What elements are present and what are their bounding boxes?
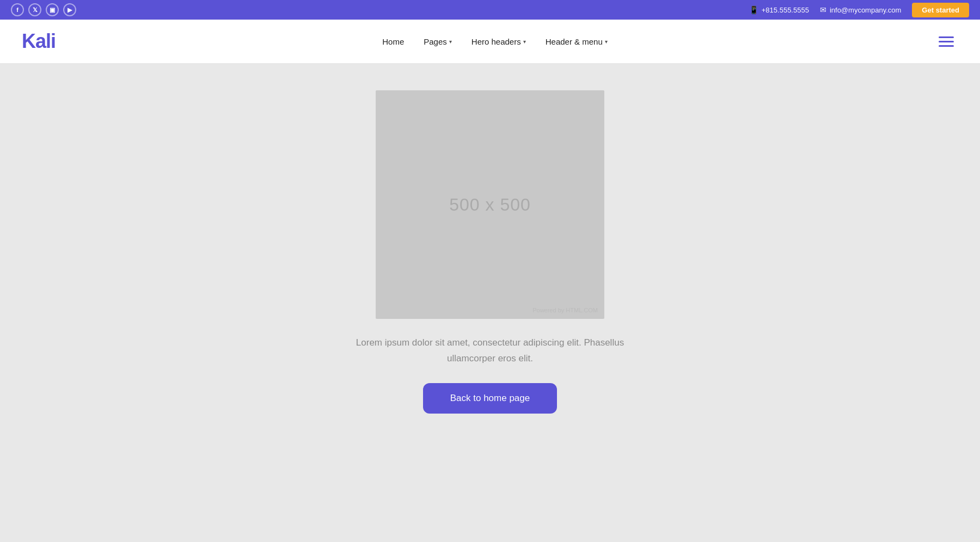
topbar-right: 📱 +815.555.5555 ✉ info@mycompany.com Get…	[749, 3, 969, 17]
chevron-down-icon: ▾	[523, 39, 526, 45]
get-started-button[interactable]: Get started	[912, 3, 969, 17]
facebook-icon[interactable]: f	[11, 3, 24, 16]
logo[interactable]: Kali	[22, 30, 56, 53]
email-icon: ✉	[820, 5, 826, 14]
main-content: 500 x 500 Powered by HTML.COM Lorem ipsu…	[0, 63, 980, 542]
phone-contact: 📱 +815.555.5555	[749, 5, 809, 14]
nav-home[interactable]: Home	[375, 33, 412, 51]
twitter-icon[interactable]: 𝕏	[28, 3, 41, 16]
hamburger-line-2	[939, 41, 954, 42]
email-address: info@mycompany.com	[830, 6, 901, 14]
nav-header-menu-label: Header & menu	[546, 37, 603, 46]
placeholder-image: 500 x 500 Powered by HTML.COM	[376, 90, 604, 319]
nav-pages[interactable]: Pages ▾	[416, 33, 460, 51]
youtube-icon[interactable]: ▶	[63, 3, 76, 16]
instagram-icon[interactable]: ▣	[46, 3, 59, 16]
nav-header-menu[interactable]: Header & menu ▾	[538, 33, 615, 51]
hamburger-line-1	[939, 36, 954, 38]
social-icons-group: f 𝕏 ▣ ▶	[11, 3, 76, 16]
chevron-down-icon: ▾	[605, 39, 608, 45]
hamburger-line-3	[939, 45, 954, 47]
nav-pages-label: Pages	[424, 37, 447, 46]
phone-number: +815.555.5555	[762, 6, 809, 14]
chevron-down-icon: ▾	[449, 39, 452, 45]
topbar: f 𝕏 ▣ ▶ 📱 +815.555.5555 ✉ info@mycompany…	[0, 0, 980, 20]
email-contact: ✉ info@mycompany.com	[820, 5, 901, 14]
main-nav: Home Pages ▾ Hero headers ▾ Header & men…	[375, 33, 615, 51]
nav-hero-headers[interactable]: Hero headers ▾	[464, 33, 534, 51]
header: Kali Home Pages ▾ Hero headers ▾ Header …	[0, 20, 980, 63]
nav-hero-headers-label: Hero headers	[471, 37, 521, 46]
image-dimensions: 500 x 500	[449, 195, 531, 215]
nav-home-label: Home	[382, 37, 404, 46]
page-description: Lorem ipsum dolor sit amet, consectetur …	[348, 335, 632, 367]
powered-by-label: Powered by HTML.COM	[532, 307, 598, 313]
phone-icon: 📱	[749, 5, 758, 14]
back-to-home-button[interactable]: Back to home page	[423, 383, 557, 414]
hamburger-button[interactable]	[934, 32, 958, 51]
